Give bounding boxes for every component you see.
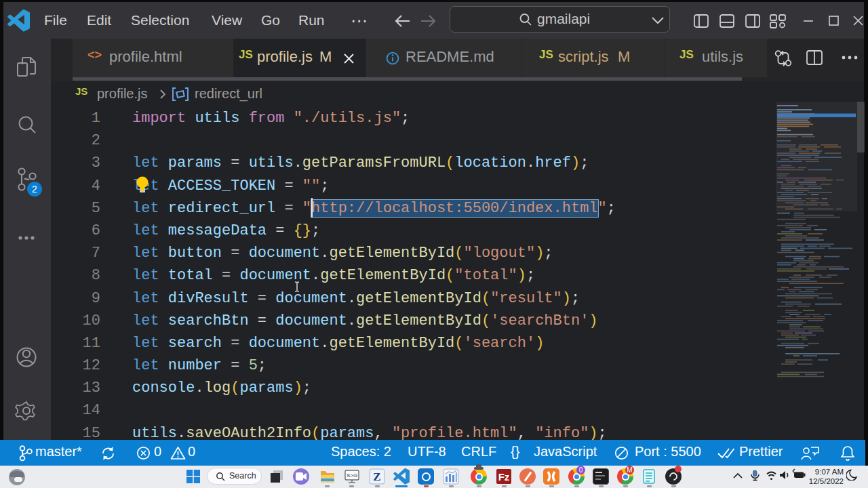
svg-text:S>G: S>G (347, 472, 357, 479)
svg-text:Fz: Fz (498, 471, 510, 483)
svg-text:Z: Z (373, 470, 380, 483)
